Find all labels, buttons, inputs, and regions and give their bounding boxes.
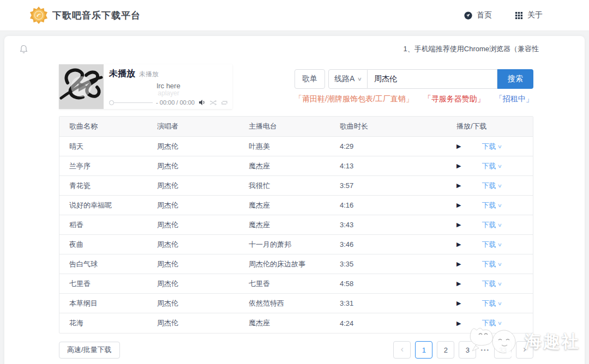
chevron-down-icon: ∨ — [497, 320, 502, 326]
song-name: 青花瓷 — [59, 181, 147, 191]
col-header-duration: 歌曲时长 — [330, 122, 447, 131]
duration: 3:31 — [330, 299, 447, 307]
pagination: ‹ 1 2 3 ••• 33 › — [393, 341, 533, 359]
play-button[interactable]: ▶ — [456, 183, 461, 189]
artist-name: 周杰伦 — [147, 299, 239, 308]
grid-icon — [515, 11, 523, 20]
play-button[interactable]: ▶ — [456, 281, 461, 287]
nav-about-label: 关于 — [527, 10, 543, 20]
play-button[interactable]: ▶ — [456, 202, 461, 208]
search-bar: 歌单 线路A ∨ 搜索 — [294, 69, 533, 89]
play-button[interactable]: ▶ — [456, 163, 461, 169]
download-link[interactable]: 下载∨ — [482, 142, 502, 151]
album-name: 周杰伦的床边故事 — [239, 259, 330, 269]
ad-link-rent[interactable]: 「招租中」 — [495, 94, 533, 104]
chevron-down-icon: ∨ — [497, 203, 502, 208]
footer-row: 高速/批量下载 ‹ 1 2 3 ••• 33 › — [59, 341, 533, 359]
line-select-value: 线路A — [334, 74, 354, 84]
duration: 3:43 — [330, 221, 447, 229]
download-link[interactable]: 下载∨ — [482, 279, 502, 289]
top-nav: 首页 关于 — [464, 10, 543, 20]
ad-link-shoes[interactable]: 「莆田鞋/潮牌服饰包表/工厂直销」 — [294, 94, 413, 104]
play-button[interactable]: ▶ — [456, 320, 461, 326]
chevron-down-icon: ∨ — [497, 144, 502, 149]
search-button[interactable]: 搜索 — [497, 69, 533, 89]
chevron-down-icon: ∨ — [497, 163, 502, 169]
line-select-dropdown[interactable]: 线路A ∨ — [328, 69, 368, 89]
table-row: 告白气球 周杰伦 周杰伦的床边故事 3:35 ▶ 下载∨ — [59, 254, 533, 274]
artist-name: 周杰伦 — [147, 201, 239, 210]
chevron-down-icon: ∨ — [497, 222, 502, 228]
app-logo: 下歌吧音乐下载平台 — [29, 6, 141, 25]
duration: 4:24 — [330, 319, 447, 327]
sun-logo-icon — [29, 6, 48, 25]
batch-download-button[interactable]: 高速/批量下载 — [59, 342, 120, 359]
download-link[interactable]: 下载∨ — [482, 220, 502, 230]
album-name: 依然范特西 — [239, 299, 330, 308]
pagination-page-1[interactable]: 1 — [415, 341, 432, 359]
progress-track[interactable] — [114, 102, 153, 103]
player-info: 未播放 未播放 lrc here aplayer - 00:00 / 00:00 — [104, 64, 232, 109]
download-link[interactable]: 下载∨ — [482, 259, 502, 269]
download-link[interactable]: 下载∨ — [482, 161, 502, 171]
now-playing-artist: 未播放 — [139, 70, 159, 79]
nav-item-about[interactable]: 关于 — [515, 10, 543, 20]
table-row: 晴天 周杰伦 叶惠美 4:29 ▶ 下载∨ — [59, 137, 533, 156]
bell-icon — [20, 45, 28, 54]
download-link[interactable]: 下载∨ — [482, 201, 502, 210]
nav-item-home[interactable]: 首页 — [464, 10, 492, 20]
table-header-row: 歌曲名称 演唱者 主播电台 歌曲时长 播放/下载 — [59, 117, 533, 137]
send-icon — [464, 11, 472, 20]
loop-icon[interactable] — [221, 100, 228, 106]
search-input[interactable] — [368, 69, 497, 89]
play-button[interactable]: ▶ — [456, 261, 461, 267]
volume-icon[interactable] — [199, 99, 206, 106]
song-name: 七里香 — [59, 279, 147, 289]
pagination-page-last[interactable]: 33 — [494, 341, 512, 359]
ad-link-sponsor[interactable]: 「寻服务器赞助」 — [424, 94, 485, 104]
play-overlay-icon — [71, 76, 92, 97]
shuffle-icon[interactable] — [209, 100, 217, 106]
progress-thumb[interactable] — [109, 100, 114, 105]
pagination-page-2[interactable]: 2 — [437, 341, 454, 359]
play-button[interactable]: ▶ — [456, 241, 461, 247]
artist-name: 周杰伦 — [147, 181, 239, 191]
table-row: 本草纲目 周杰伦 依然范特西 3:31 ▶ 下载∨ — [59, 294, 533, 313]
artist-name: 周杰伦 — [147, 142, 239, 151]
play-button[interactable]: ▶ — [456, 222, 461, 228]
notice-bar: 1、手机端推荐使用Chrome浏览器（兼容性 — [59, 36, 533, 57]
artist-name: 周杰伦 — [147, 240, 239, 250]
search-block: 歌单 线路A ∨ 搜索 「莆田鞋/潮牌服饰包表/工厂直销」 「寻服务器赞助」 「… — [294, 64, 533, 109]
download-link[interactable]: 下载∨ — [482, 299, 502, 308]
time-display: - 00:00 / 00:00 — [156, 99, 195, 106]
table-row: 花海 周杰伦 魔杰座 4:24 ▶ 下载∨ — [59, 313, 533, 333]
duration: 4:58 — [330, 280, 447, 288]
pagination-next-button[interactable]: › — [516, 341, 533, 359]
playlist-button[interactable]: 歌单 — [294, 69, 325, 89]
song-name: 告白气球 — [59, 259, 147, 269]
chevron-down-icon: ∨ — [497, 281, 502, 287]
album-art[interactable] — [59, 64, 104, 109]
album-name: 魔杰座 — [239, 161, 330, 171]
artist-name: 周杰伦 — [147, 259, 239, 269]
duration: 4:13 — [330, 162, 447, 170]
pagination-page-3[interactable]: 3 — [459, 341, 476, 359]
duration: 3:57 — [330, 181, 447, 190]
play-button[interactable]: ▶ — [456, 143, 461, 149]
artist-name: 周杰伦 — [147, 318, 239, 328]
chevron-down-icon: ∨ — [357, 76, 362, 82]
audio-player: 未播放 未播放 lrc here aplayer - 00:00 / 00:00 — [59, 64, 232, 109]
play-button[interactable]: ▶ — [456, 300, 461, 306]
download-link[interactable]: 下载∨ — [482, 240, 502, 250]
pagination-prev-button[interactable]: ‹ — [393, 341, 411, 359]
table-row: 青花瓷 周杰伦 我很忙 3:57 ▶ 下载∨ — [59, 176, 533, 196]
song-name: 说好的幸福呢 — [59, 201, 147, 210]
now-playing-title: 未播放 — [109, 68, 135, 80]
download-link[interactable]: 下载∨ — [482, 318, 502, 328]
top-row: 未播放 未播放 lrc here aplayer - 00:00 / 00:00 — [59, 64, 533, 109]
artist-name: 周杰伦 — [147, 161, 239, 171]
album-name: 七里香 — [239, 279, 330, 289]
lyric-line: lrc here — [109, 82, 228, 90]
download-link[interactable]: 下载∨ — [482, 181, 502, 191]
chevron-down-icon: ∨ — [497, 242, 502, 247]
